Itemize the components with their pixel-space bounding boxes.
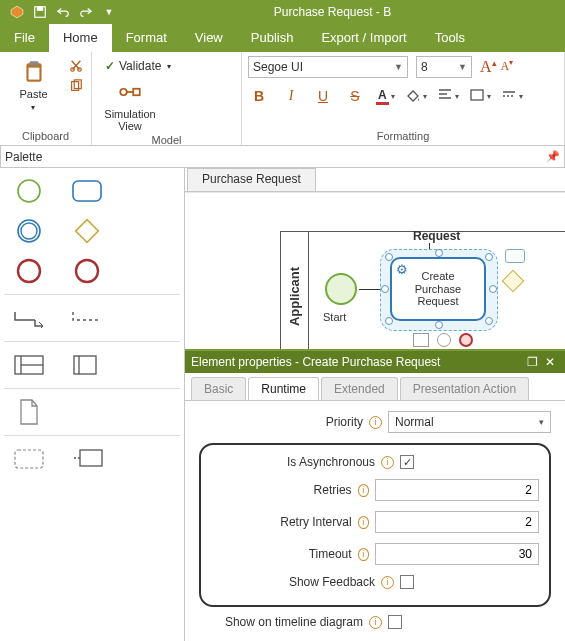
align-button[interactable]: ▾	[437, 88, 459, 105]
underline-button[interactable]: U	[312, 86, 334, 106]
resize-handle[interactable]	[435, 249, 443, 257]
async-group: Is Asynchronous i ✓ Retries i Retry Inte…	[199, 443, 551, 607]
line-style-button[interactable]: ▾	[501, 88, 523, 105]
shape-data-object[interactable]	[12, 399, 46, 425]
resize-handle[interactable]	[485, 317, 493, 325]
redo-icon[interactable]	[75, 2, 97, 22]
retries-input[interactable]	[375, 479, 539, 501]
paste-button[interactable]: Paste▾	[6, 56, 61, 113]
border-button[interactable]: ▾	[469, 88, 491, 105]
start-event[interactable]	[325, 273, 357, 305]
context-add-data[interactable]	[413, 333, 429, 347]
context-add-task[interactable]	[505, 249, 525, 263]
retry-interval-input[interactable]	[375, 511, 539, 533]
shape-pool[interactable]	[12, 352, 46, 378]
resize-handle[interactable]	[435, 321, 443, 329]
context-add-end[interactable]	[459, 333, 473, 347]
help-icon[interactable]: i	[381, 576, 394, 589]
tab-format[interactable]: Format	[112, 24, 181, 52]
restore-icon[interactable]: ❐	[523, 355, 541, 369]
resize-handle[interactable]	[385, 317, 393, 325]
lane-header[interactable]: Applicant	[281, 232, 309, 360]
help-icon[interactable]: i	[369, 416, 382, 429]
service-task-icon: ⚙	[396, 263, 408, 278]
timeout-label: Timeout	[211, 547, 358, 561]
help-icon[interactable]: i	[358, 484, 369, 497]
svg-rect-4	[29, 61, 38, 65]
task-create-purchase-request[interactable]: ⚙ Create Purchase Request	[390, 257, 486, 321]
tab-publish[interactable]: Publish	[237, 24, 308, 52]
tab-extended[interactable]: Extended	[321, 377, 398, 400]
shape-group[interactable]	[12, 446, 46, 472]
async-checkbox[interactable]: ✓	[400, 455, 414, 469]
tab-runtime[interactable]: Runtime	[248, 377, 319, 400]
element-properties-panel: Element properties - Create Purchase Req…	[185, 349, 565, 641]
tab-file[interactable]: File	[0, 24, 49, 52]
formatting-group-label: Formatting	[248, 128, 558, 145]
italic-button[interactable]: I	[280, 86, 302, 106]
resize-handle[interactable]	[385, 253, 393, 261]
field-retry-interval: Retry Interval i	[211, 511, 539, 533]
tab-export[interactable]: Export / Import	[307, 24, 420, 52]
timeout-input[interactable]	[375, 543, 539, 565]
timeline-checkbox[interactable]	[388, 615, 402, 629]
copy-icon[interactable]	[67, 78, 85, 94]
shape-end-event[interactable]	[12, 258, 46, 284]
font-family-combo[interactable]: Segoe UI ▼	[248, 56, 408, 78]
help-icon[interactable]: i	[358, 548, 369, 561]
help-icon[interactable]: i	[358, 516, 369, 529]
shape-sequence-flow[interactable]	[12, 305, 46, 331]
resize-handle[interactable]	[489, 285, 497, 293]
strike-button[interactable]: S	[344, 86, 366, 106]
help-icon[interactable]: i	[381, 456, 394, 469]
field-async: Is Asynchronous i ✓	[211, 455, 539, 469]
priority-select[interactable]: Normal ▾	[388, 411, 551, 433]
properties-body: Priority i Normal ▾ Is Asynchronous i ✓ …	[185, 401, 565, 641]
svg-point-23	[18, 260, 40, 282]
shape-association[interactable]	[70, 305, 104, 331]
simulation-view-button[interactable]: Simulation View	[98, 76, 162, 132]
field-timeline: Show on timeline diagram i	[199, 615, 551, 629]
svg-point-24	[76, 260, 98, 282]
cut-icon[interactable]	[67, 58, 85, 74]
quick-access-toolbar: ▼	[2, 2, 120, 22]
resize-handle[interactable]	[381, 285, 389, 293]
svg-point-10	[120, 89, 127, 96]
shape-terminate-event[interactable]	[70, 258, 104, 284]
pin-icon[interactable]: 📌	[546, 150, 560, 163]
font-color-button[interactable]: A▾	[376, 88, 395, 105]
validate-button[interactable]: ✓ Validate ▾	[98, 56, 178, 76]
shape-annotation[interactable]	[70, 446, 104, 472]
font-family-value: Segoe UI	[253, 60, 303, 74]
close-icon[interactable]: ✕	[541, 355, 559, 369]
help-icon[interactable]: i	[369, 616, 382, 629]
context-add-event[interactable]	[437, 333, 451, 347]
resize-handle[interactable]	[485, 253, 493, 261]
shape-intermediate-event[interactable]	[12, 218, 46, 244]
tab-view[interactable]: View	[181, 24, 237, 52]
shape-gateway[interactable]	[70, 218, 104, 244]
font-size-combo[interactable]: 8 ▼	[416, 56, 472, 78]
bold-button[interactable]: B	[248, 86, 270, 106]
undo-icon[interactable]	[52, 2, 74, 22]
increase-font-icon[interactable]: A▴	[480, 58, 497, 76]
border-icon	[469, 88, 485, 105]
palette-panel	[0, 168, 185, 641]
document-tabs: Purchase Request	[185, 168, 565, 192]
svg-marker-0	[11, 6, 23, 18]
decrease-font-icon[interactable]: A▾	[501, 58, 514, 76]
tab-tools[interactable]: Tools	[421, 24, 479, 52]
app-icon[interactable]	[6, 2, 28, 22]
shape-lane[interactable]	[70, 352, 104, 378]
tab-basic[interactable]: Basic	[191, 377, 246, 400]
show-feedback-checkbox[interactable]	[400, 575, 414, 589]
qat-dropdown-icon[interactable]: ▼	[98, 2, 120, 22]
shape-task[interactable]	[70, 178, 104, 204]
shape-start-event[interactable]	[12, 178, 46, 204]
tab-presentation-action[interactable]: Presentation Action	[400, 377, 529, 400]
doc-tab-purchase-request[interactable]: Purchase Request	[187, 168, 316, 191]
tab-home[interactable]: Home	[49, 24, 112, 52]
fill-color-button[interactable]: ▾	[405, 87, 427, 106]
save-icon[interactable]	[29, 2, 51, 22]
svg-rect-31	[80, 450, 102, 466]
